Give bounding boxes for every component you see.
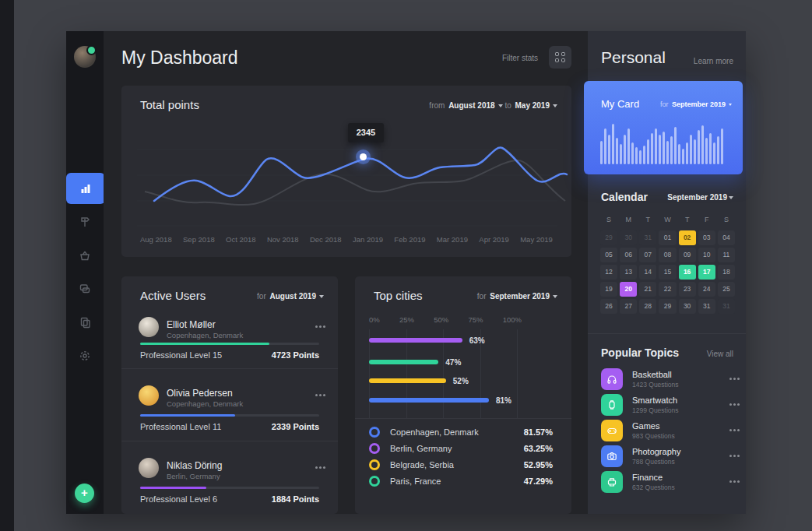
calendar-day[interactable]: 31 <box>639 230 656 245</box>
topic-row[interactable]: Games 983 Questions <box>601 420 733 441</box>
calendar-day[interactable]: 12 <box>600 265 617 280</box>
calendar-day[interactable]: 08 <box>659 248 676 262</box>
sidebar-item-milestones[interactable] <box>66 206 104 237</box>
more-options-icon[interactable] <box>729 378 732 380</box>
calendar-day[interactable]: 03 <box>698 230 715 245</box>
waveform <box>600 124 726 164</box>
chevron-down-icon <box>319 295 324 298</box>
calendar-day[interactable]: 31 <box>718 299 735 314</box>
calendar-day[interactable]: 20 <box>620 282 637 297</box>
calendar-period-dropdown[interactable]: September 2019 <box>667 193 733 202</box>
bar <box>369 378 446 383</box>
legend-row: Belgrade, Serbia 52.95% <box>355 456 571 473</box>
waveform-bar <box>670 136 673 164</box>
more-options-icon[interactable] <box>729 429 732 431</box>
period-dropdown[interactable]: August 2019 <box>270 292 316 301</box>
sidebar-item-documents[interactable] <box>66 307 104 338</box>
period-dropdown[interactable]: September 2019 <box>490 292 550 301</box>
top-cities-card: Top cities for September 2019 0%25%50%75… <box>355 276 571 514</box>
sidebar-item-dashboard[interactable] <box>66 173 105 204</box>
calendar-day[interactable]: 24 <box>698 282 715 297</box>
headphones-icon <box>606 373 618 385</box>
calendar-day[interactable]: 30 <box>620 230 637 245</box>
from-value-dropdown[interactable]: August 2018 <box>448 101 494 110</box>
calendar-day[interactable]: 17 <box>698 265 715 280</box>
calendar-day[interactable]: 13 <box>620 265 637 280</box>
calendar-day[interactable]: 26 <box>600 299 617 314</box>
calendar-day[interactable]: 15 <box>659 265 676 280</box>
topic-row[interactable]: Basketball 1423 Questions <box>601 368 733 390</box>
calendar-day[interactable]: 31 <box>698 299 715 314</box>
bar-value-label: 47% <box>445 358 461 367</box>
bar <box>369 360 438 364</box>
more-options-icon[interactable] <box>729 403 732 406</box>
user-level: Professional Level 15 <box>140 350 222 360</box>
view-all-link[interactable]: View all <box>707 350 733 358</box>
calendar-day[interactable]: 06 <box>620 248 637 262</box>
user-location: Berlin, Germany <box>167 472 220 480</box>
more-options-icon[interactable] <box>315 325 318 328</box>
waveform-bar <box>709 133 712 164</box>
calendar-day[interactable]: 29 <box>600 230 617 245</box>
period-dropdown[interactable]: September 2019 <box>672 100 726 108</box>
popular-topics-title: Popular Topics <box>601 346 679 359</box>
add-button[interactable]: + <box>75 484 94 503</box>
calendar-day[interactable]: 01 <box>659 230 676 245</box>
calendar-day[interactable]: 28 <box>639 299 656 314</box>
filter-stats-button[interactable] <box>549 46 571 69</box>
calendar-day[interactable]: 11 <box>718 248 735 262</box>
camera-icon <box>606 450 618 462</box>
sidebar-item-messages[interactable] <box>66 273 104 304</box>
filter-stats-label[interactable]: Filter stats <box>502 54 538 62</box>
calendar-day[interactable]: 04 <box>718 230 735 245</box>
topic-title: Games <box>632 421 659 431</box>
topic-subtitle: 1423 Questions <box>632 381 679 389</box>
calendar-day[interactable]: 10 <box>698 248 715 262</box>
line-chart <box>121 117 571 234</box>
more-options-icon[interactable] <box>729 480 732 483</box>
topic-row[interactable]: Finance 632 Questions <box>601 471 733 493</box>
period-selector: for September 2019 <box>477 292 557 301</box>
calendar-day[interactable]: 16 <box>679 265 696 280</box>
calendar-day[interactable]: 22 <box>659 282 676 297</box>
chevron-down-icon <box>729 104 732 106</box>
more-options-icon[interactable] <box>315 466 318 469</box>
avatar[interactable] <box>139 385 159 406</box>
calendar-day[interactable]: 05 <box>600 248 617 262</box>
calendar-grid: 2930310102030405060708091011121314151617… <box>600 230 735 314</box>
calendar-day[interactable]: 14 <box>639 265 656 280</box>
topic-title: Photography <box>632 447 680 456</box>
more-options-icon[interactable] <box>315 394 318 396</box>
calendar-day[interactable]: 23 <box>679 282 696 297</box>
legend-value: 63.25% <box>524 444 553 453</box>
calendar-day[interactable]: 21 <box>639 282 656 297</box>
total-points-card: Total points from August 2018 to May 201… <box>121 86 571 257</box>
user-avatar[interactable] <box>74 46 96 68</box>
topic-icon <box>601 471 623 493</box>
calendar-day[interactable]: 27 <box>620 299 637 314</box>
calendar-day[interactable]: 30 <box>679 299 696 314</box>
avatar[interactable] <box>139 317 159 337</box>
topic-row[interactable]: Photography 788 Questions <box>601 445 733 467</box>
legend-city: Paris, France <box>390 476 441 486</box>
more-options-icon[interactable] <box>729 455 732 457</box>
waveform-bar <box>616 138 618 164</box>
calendar-day[interactable]: 09 <box>679 248 696 262</box>
calendar-day[interactable]: 02 <box>679 230 696 245</box>
to-value-dropdown[interactable]: May 2019 <box>515 101 550 110</box>
avatar[interactable] <box>139 458 159 478</box>
calendar-day[interactable]: 19 <box>600 282 617 297</box>
learn-more-link[interactable]: Learn more <box>694 57 733 65</box>
from-label: from <box>429 101 445 110</box>
calendar-day[interactable]: 07 <box>639 248 656 262</box>
sidebar-item-settings[interactable] <box>66 340 104 371</box>
calendar-day[interactable]: 18 <box>718 265 735 280</box>
city-bar-row: 63% <box>369 337 485 343</box>
legend-city: Copenhagen, Denmark <box>390 427 479 437</box>
topic-row[interactable]: Smartwatch 1299 Questions <box>601 394 733 416</box>
calendar-day[interactable]: 29 <box>659 299 676 314</box>
calendar-day[interactable]: 25 <box>718 282 735 297</box>
data-point-marker <box>360 153 367 160</box>
sidebar-item-shop[interactable] <box>66 240 104 271</box>
my-card[interactable]: My Card for September 2019 <box>584 81 743 174</box>
